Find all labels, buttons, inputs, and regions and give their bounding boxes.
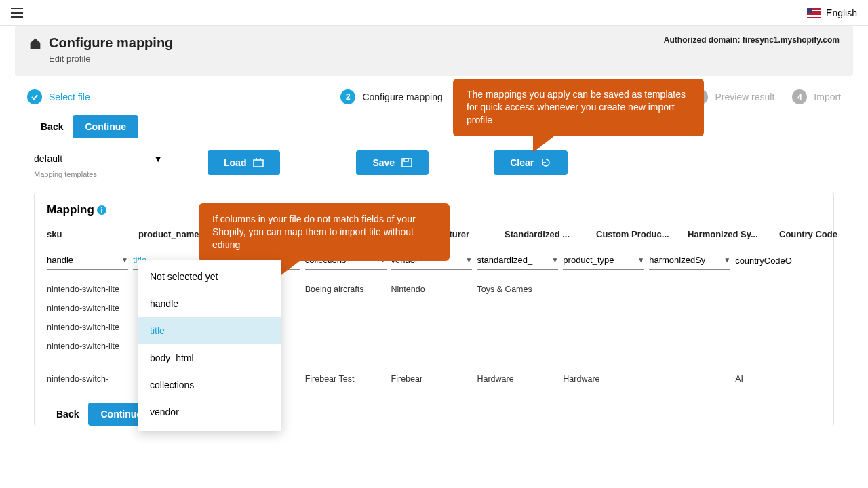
column-header: Custom Produc... [596,229,684,239]
svg-rect-1 [402,159,412,167]
column-header: Standardized ... [505,229,592,239]
page-subtitle: Edit profile [49,54,173,64]
chevron-down-icon: ▼ [637,256,644,264]
table-cell [477,320,563,325]
column-header: sku [47,229,134,239]
menu-icon[interactable] [11,8,23,18]
load-icon [253,158,264,167]
dropdown-option[interactable]: vendor [138,399,281,426]
table-cell [735,301,821,306]
table-cell [305,320,391,325]
table-cell: Toys & Games [477,282,563,297]
table-cell [649,371,735,377]
back-button-bottom[interactable]: Back [56,409,79,420]
step-preview-result[interactable]: 3 Preview result [693,89,774,104]
clear-button[interactable]: Clear [494,150,568,175]
table-cell: Firebear Test [305,371,391,386]
tooltip-templates: The mappings you apply can be saved as t… [453,79,704,136]
table-cell: Hardware [563,371,649,386]
back-button[interactable]: Back [41,121,63,132]
mapping-field-select[interactable]: product_type▼ [563,251,644,270]
language-selector[interactable]: English [807,7,857,18]
table-cell [649,320,735,325]
tooltip-mapping: If columns in your file do not match fie… [199,203,450,261]
flag-us-icon [807,8,821,18]
table-cell [563,282,649,287]
step-import[interactable]: 4 Import [792,89,841,104]
table-cell [649,339,735,344]
clear-icon [540,158,551,167]
mapping-field-select[interactable]: harmonizedSy▼ [649,251,730,270]
language-label: English [826,7,857,18]
table-cell: AI [735,371,821,386]
chevron-down-icon: ▼ [551,256,558,264]
dropdown-option[interactable]: title [138,317,281,344]
column-header: Country Code [779,229,867,239]
dropdown-option[interactable]: body_html [138,344,281,371]
step-label: Select file [49,92,90,102]
table-cell [563,320,649,325]
table-cell: nintendo-switch-lite [47,282,133,297]
table-cell [391,339,477,344]
info-icon[interactable]: i [97,205,106,215]
table-cell: Hardware [477,371,563,386]
table-cell [477,301,563,306]
table-cell: nintendo-switch- [47,371,133,386]
load-button[interactable]: Load [208,150,280,175]
auth-domain: Authorized domain: firesync1.myshopify.c… [664,35,840,45]
page-header: Configure mapping Edit profile Authorize… [15,26,853,76]
table-cell: nintendo-switch-lite [47,320,133,335]
table-cell [649,301,735,306]
template-value: default [34,153,62,164]
step-configure-mapping[interactable]: 2 Configure mapping [340,89,442,104]
save-icon [401,158,412,167]
table-cell [735,282,821,287]
table-cell [563,339,649,344]
table-cell [649,282,735,287]
table-cell [391,320,477,325]
mapping-field-select[interactable]: countryCodeO [735,251,816,270]
chevron-down-icon: ▼ [466,256,473,264]
chevron-down-icon: ▼ [121,256,128,264]
home-icon [28,37,42,49]
table-cell: Nintendo [391,282,477,297]
table-cell: Firebear [391,371,477,386]
chevron-down-icon: ▼ [153,153,163,164]
template-caption: Mapping templates [34,170,163,178]
table-cell [735,339,821,344]
svg-rect-2 [404,159,408,161]
step-label: Configure mapping [362,92,442,102]
svg-rect-0 [254,160,263,167]
dropdown-option[interactable]: handle [138,290,281,317]
step-label: Import [814,92,841,102]
stepper: Select file 2 Configure mapping 3 Previe… [0,76,868,111]
mapping-dropdown[interactable]: Not selected yethandletitlebody_htmlcoll… [138,260,281,431]
table-cell: nintendo-switch-lite [47,301,133,316]
column-header: Harmonized Sy... [688,229,775,239]
mapping-field-select[interactable]: standardized_▼ [477,251,558,270]
table-cell [563,301,649,306]
save-button[interactable]: Save [356,150,429,175]
check-icon [31,93,39,101]
mapping-title: Mapping [47,203,94,217]
mapping-field-select[interactable]: handle▼ [47,251,128,270]
mapping-template-select[interactable]: default ▼ [34,150,163,167]
table-cell [391,301,477,306]
continue-button[interactable]: Continue [73,115,138,138]
step-select-file[interactable]: Select file [27,89,90,104]
table-cell: nintendo-switch-lite [47,339,133,354]
table-cell [305,301,391,306]
chevron-down-icon: ▼ [724,256,730,264]
dropdown-option[interactable]: collections [138,371,281,399]
dropdown-option[interactable]: Not selected yet [138,263,281,290]
table-cell: Boeing aircrafts [305,282,391,297]
table-cell [735,320,821,325]
table-cell [477,339,563,344]
page-title: Configure mapping [49,35,173,51]
step-label: Preview result [715,92,774,102]
table-cell [305,339,391,344]
